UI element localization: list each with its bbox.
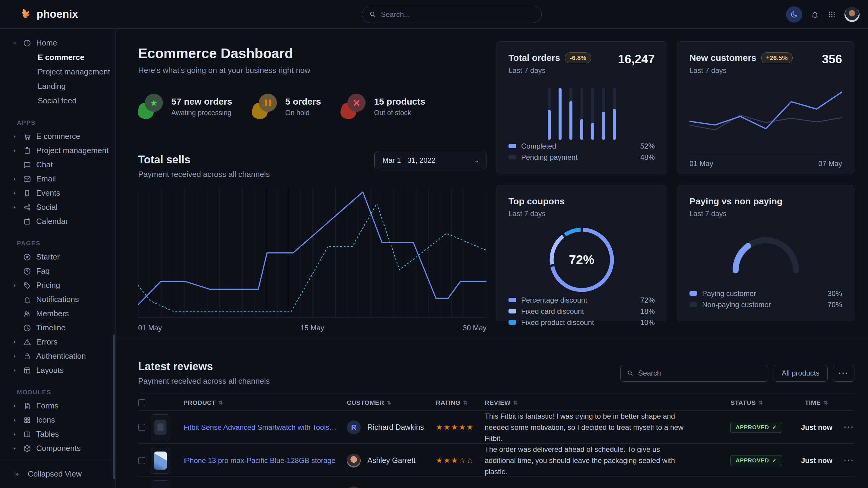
- customer-cell[interactable]: Ashley Garrett: [347, 454, 436, 467]
- legend-row: Pending payment48%: [508, 152, 655, 163]
- sidebar-item-ecommerce-app[interactable]: E commerce: [0, 129, 115, 143]
- sidebar-item-project-management-app[interactable]: Project management: [0, 143, 115, 158]
- column-header-customer[interactable]: CUSTOMER⇅: [347, 399, 436, 406]
- column-header-rating[interactable]: RATING⇅: [436, 399, 485, 406]
- review-text: The order was delivered ahead of schedul…: [485, 444, 731, 477]
- sort-icon: ⇅: [463, 400, 468, 406]
- latest-reviews-subtitle: Payment received across all channels: [138, 377, 270, 386]
- customer-cell[interactable]: RRichard Dawkins: [347, 421, 436, 434]
- sort-icon: ⇅: [387, 400, 392, 406]
- sidebar-item-timeline[interactable]: Timeline: [0, 321, 115, 335]
- lock-icon: [23, 352, 31, 360]
- reviews-search-input[interactable]: [620, 365, 768, 382]
- sidebar-item-layouts[interactable]: Layouts: [0, 363, 115, 378]
- file-icon: [23, 402, 31, 410]
- row-checkbox[interactable]: [138, 424, 145, 431]
- sidebar-item-faq[interactable]: Faq: [0, 264, 115, 278]
- table-row: Fitbit Sense Advanced Smartwatch with To…: [138, 411, 855, 444]
- sidebar: Home E commerce Project management Landi…: [0, 29, 116, 488]
- check-icon: ✓: [772, 424, 777, 431]
- pause-icon: [259, 94, 277, 112]
- rating-stars: ★★★★★: [436, 423, 485, 432]
- legend-row: Completed52%: [508, 140, 655, 152]
- collapsed-view-toggle[interactable]: Collapsed View: [0, 460, 115, 488]
- x-axis-label: 01 May: [138, 324, 162, 332]
- global-search-input[interactable]: [362, 6, 542, 23]
- sidebar-item-errors[interactable]: Errors: [0, 335, 115, 349]
- sidebar-item-calendar[interactable]: Calendar: [0, 214, 115, 228]
- legend-row: Percentage discount72%: [508, 294, 655, 306]
- apps-grid-icon[interactable]: [828, 10, 836, 19]
- user-avatar[interactable]: [844, 7, 860, 22]
- new-customers-value: 356: [822, 53, 842, 66]
- caret-right-icon: [12, 432, 18, 437]
- theme-toggle-button[interactable]: [786, 6, 802, 23]
- phoenix-flame-icon: [19, 7, 32, 21]
- product-thumbnail-iphone[interactable]: [151, 448, 170, 474]
- kpi-cards: Total orders -6.8% Last 7 days 16,247 Co…: [496, 41, 855, 321]
- caret-down-icon: [12, 40, 18, 46]
- trend-badge: +26.5%: [761, 53, 793, 63]
- sidebar-item-tables[interactable]: Tables: [0, 427, 115, 441]
- product-thumbnail-fitbit[interactable]: [151, 415, 170, 441]
- brand-logo[interactable]: phoenix: [19, 7, 78, 21]
- sidebar-item-forms[interactable]: Forms: [0, 399, 115, 413]
- more-options-button[interactable]: ···: [833, 365, 855, 382]
- all-products-filter-button[interactable]: All products: [774, 365, 828, 382]
- top-navbar: phoenix: [0, 0, 868, 29]
- status-badge: APPROVED✓: [731, 422, 782, 433]
- review-time: Just now: [801, 456, 838, 465]
- sidebar-section-apps: APPS: [17, 119, 115, 126]
- product-link[interactable]: iPhone 13 pro max-Pacific Blue-128GB sto…: [180, 456, 347, 465]
- coupons-donut-chart: 72%: [508, 225, 655, 294]
- notifications-bell-icon[interactable]: [811, 10, 819, 19]
- sort-icon: ⇅: [824, 400, 828, 406]
- product-thumbnail[interactable]: [151, 481, 170, 488]
- sidebar-item-pricing[interactable]: Pricing: [0, 278, 115, 292]
- row-checkbox[interactable]: [138, 457, 145, 464]
- star-icon: ★: [145, 94, 163, 112]
- sidebar-scrollbar[interactable]: [113, 334, 115, 479]
- x-axis-label: 01 May: [689, 159, 713, 168]
- caret-right-icon: [12, 148, 18, 154]
- sidebar-item-notifications[interactable]: Notifications: [0, 292, 115, 306]
- sidebar-item-icons[interactable]: Icons: [0, 413, 115, 427]
- sidebar-section-pages: PAGES: [17, 240, 115, 247]
- column-header-time[interactable]: TIME⇅: [801, 399, 838, 406]
- latest-reviews-title: Latest reviews: [138, 360, 270, 373]
- sidebar-item-components[interactable]: Components: [0, 441, 115, 455]
- column-header-status[interactable]: STATUS⇅: [731, 399, 801, 406]
- total-sells-subtitle: Payment received across all channels: [138, 170, 487, 179]
- avatar: [347, 487, 361, 488]
- sidebar-item-email[interactable]: Email: [0, 172, 115, 186]
- row-actions-button[interactable]: ···: [838, 456, 855, 465]
- cart-icon: [23, 132, 31, 141]
- sidebar-item-starter[interactable]: Starter: [0, 250, 115, 264]
- caret-right-icon: [12, 134, 18, 139]
- sidebar-item-landing[interactable]: Landing: [0, 79, 115, 93]
- x-axis-label: 15 May: [300, 324, 324, 332]
- sidebar-item-social[interactable]: Social: [0, 200, 115, 214]
- sidebar-item-e-commerce-dashboard[interactable]: E commerce: [0, 50, 115, 65]
- row-actions-button[interactable]: ···: [838, 423, 855, 432]
- sidebar-item-chat[interactable]: Chat: [0, 158, 115, 172]
- search-icon: [626, 369, 634, 377]
- compass-icon: [23, 253, 31, 261]
- sidebar-item-social-feed[interactable]: Social feed: [0, 93, 115, 108]
- column-header-review[interactable]: REVIEW⇅: [485, 399, 731, 406]
- donut-center-value: 72%: [569, 253, 594, 267]
- caret-right-icon: [12, 418, 18, 423]
- product-link[interactable]: Fitbit Sense Advanced Smartwatch with To…: [180, 423, 347, 432]
- sidebar-item-home[interactable]: Home: [0, 36, 115, 50]
- sidebar-item-authentication[interactable]: Authentication: [0, 349, 115, 363]
- sidebar-item-project-management-dashboard[interactable]: Project management: [0, 65, 115, 79]
- column-header-product[interactable]: PRODUCT⇅: [180, 399, 347, 406]
- caret-right-icon: [12, 339, 18, 345]
- new-customers-card: New customers +26.5% Last 7 days 356 01 …: [677, 41, 855, 174]
- sidebar-item-events[interactable]: Events: [0, 186, 115, 200]
- sidebar-item-members[interactable]: Members: [0, 306, 115, 321]
- date-range-select[interactable]: Mar 1 - 31, 2022 ⌄: [374, 152, 487, 169]
- question-circle-icon: [23, 267, 31, 275]
- top-coupons-card: Top coupons Last 7 days 72% Percentage d…: [496, 185, 667, 321]
- select-all-checkbox[interactable]: [138, 399, 145, 406]
